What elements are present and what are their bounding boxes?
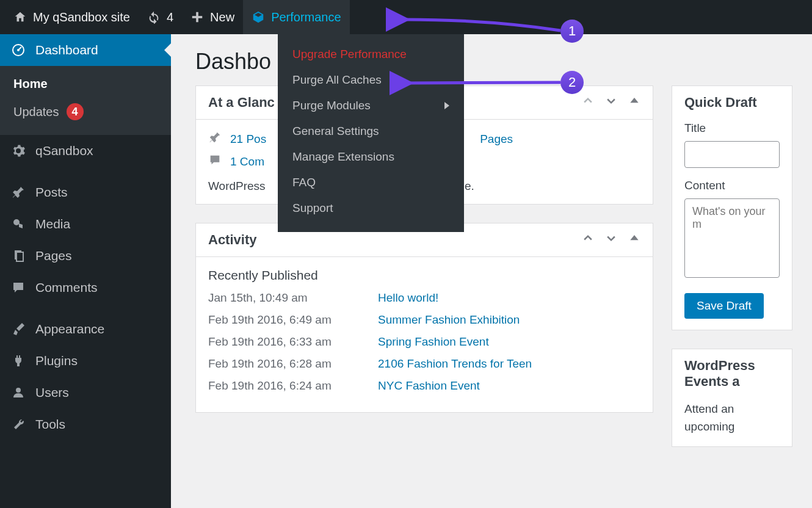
activity-row: Feb 19th 2016, 6:28 am2106 Fashion Trend… [208, 357, 640, 371]
plus-icon [190, 10, 204, 24]
perf-purge-modules[interactable]: Purge Modules [278, 93, 464, 118]
sidebar-item-label: Plugins [35, 354, 78, 368]
panel-down-icon[interactable] [605, 232, 617, 248]
sidebar-appearance[interactable]: Appearance [0, 313, 171, 345]
activity-row: Feb 19th 2016, 6:33 amSpring Fashion Eve… [208, 335, 640, 349]
toolbar-new[interactable]: New [182, 0, 243, 34]
sidebar-item-label: Appearance [35, 322, 104, 336]
perf-manage-extensions[interactable]: Manage Extensions [278, 144, 464, 170]
events-body: Attend an upcoming [684, 402, 734, 433]
perf-support[interactable]: Support [278, 195, 464, 221]
perf-upgrade[interactable]: Upgrade Performance [278, 42, 464, 67]
panel-up-icon[interactable] [582, 232, 594, 248]
toolbar-new-label: New [210, 10, 234, 24]
toolbar-performance-label: Performance [271, 10, 341, 24]
svg-point-8 [16, 388, 21, 393]
activity-link[interactable]: Summer Fashion Exhibition [378, 313, 520, 327]
sidebar-item-label: Comments [35, 280, 98, 295]
toolbar-updates-count: 4 [167, 10, 173, 24]
activity-row: Feb 19th 2016, 6:49 amSummer Fashion Exh… [208, 313, 640, 327]
sidebar-updates[interactable]: Updates 4 [0, 97, 171, 126]
comment-icon [11, 280, 26, 295]
sidebar-dashboard-subnav: Home Updates 4 [0, 66, 171, 135]
wp-events-panel: WordPress Events a Attend an upcoming [672, 349, 792, 447]
glance-posts[interactable]: 21 Pos [208, 131, 266, 147]
activity-panel: Activity Recently Published Jan 15th, 10… [195, 223, 653, 413]
admin-sidebar: Dashboard Home Updates 4 qSandbox Posts … [0, 34, 171, 508]
qd-content-label: Content [684, 179, 780, 192]
save-draft-button[interactable]: Save Draft [684, 293, 764, 319]
sidebar-dashboard-label: Dashboard [35, 43, 98, 57]
sidebar-item-label: Posts [35, 185, 68, 200]
main-content: Dashbo At a Glanc 21 Pos [171, 34, 812, 508]
svg-point-4 [13, 219, 20, 225]
user-icon [11, 385, 26, 400]
panel-toggle-icon[interactable] [628, 95, 640, 111]
sidebar-item-label: Users [35, 385, 69, 400]
panel-title: At a Glanc [208, 95, 275, 111]
performance-dropdown: Upgrade Performance Purge All Caches Pur… [278, 34, 464, 232]
pin-icon [208, 131, 222, 147]
pages-icon [11, 249, 26, 263]
panel-title: WordPress Events a [684, 358, 780, 390]
qd-title-input[interactable] [684, 141, 780, 168]
sidebar-item-label: Media [35, 217, 70, 231]
sidebar-home[interactable]: Home [0, 71, 171, 97]
svg-point-3 [17, 49, 20, 51]
panel-down-icon[interactable] [605, 95, 617, 111]
sidebar-posts[interactable]: Posts [0, 176, 171, 208]
media-icon [11, 217, 26, 231]
cube-icon [252, 10, 265, 24]
sidebar-tools[interactable]: Tools [0, 408, 171, 440]
sidebar-pages[interactable]: Pages [0, 240, 171, 272]
sidebar-item-label: Tools [35, 417, 65, 432]
sidebar-media[interactable]: Media [0, 208, 171, 240]
glance-pages[interactable]: Pages [480, 131, 513, 147]
panel-up-icon[interactable] [582, 95, 594, 111]
qd-content-textarea[interactable] [684, 198, 780, 278]
activity-row: Jan 15th, 10:49 amHello world! [208, 291, 640, 305]
activity-link[interactable]: 2106 Fashion Trends for Teen [378, 357, 532, 371]
sidebar-users[interactable]: Users [0, 377, 171, 408]
admin-toolbar: My qSandbox site 4 New Performance [0, 0, 812, 34]
sidebar-comments[interactable]: Comments [0, 272, 171, 303]
home-icon [13, 10, 27, 24]
wp-line-pre: WordPress [208, 180, 266, 192]
pin-icon [11, 185, 26, 200]
sidebar-plugins[interactable]: Plugins [0, 345, 171, 377]
perf-faq[interactable]: FAQ [278, 170, 464, 195]
perf-purge-all[interactable]: Purge All Caches [278, 67, 464, 93]
qd-title-label: Title [684, 122, 780, 135]
updates-badge: 4 [67, 103, 84, 120]
toolbar-performance[interactable]: Performance [243, 0, 350, 34]
activity-link[interactable]: Hello world! [378, 291, 438, 305]
sidebar-item-label: Pages [35, 249, 72, 263]
gear-icon [11, 143, 26, 158]
gauge-icon [11, 43, 26, 57]
svg-rect-6 [16, 252, 23, 261]
svg-rect-1 [192, 16, 203, 18]
comment-icon [208, 153, 222, 170]
chevron-right-icon [444, 102, 449, 109]
toolbar-site-label: My qSandbox site [33, 10, 130, 24]
toolbar-site[interactable]: My qSandbox site [5, 0, 139, 34]
activity-link[interactable]: NYC Fashion Event [378, 379, 480, 393]
activity-subtitle: Recently Published [208, 268, 640, 283]
toolbar-updates[interactable]: 4 [139, 0, 182, 34]
sidebar-qsandbox[interactable]: qSandbox [0, 135, 171, 167]
activity-link[interactable]: Spring Fashion Event [378, 335, 489, 349]
panel-title: Activity [208, 232, 256, 248]
tool-icon [11, 417, 26, 432]
perf-general-settings[interactable]: General Settings [278, 118, 464, 144]
quick-draft-panel: Quick Draft Title Content Save Draft [672, 85, 792, 330]
plug-icon [11, 354, 26, 368]
panel-toggle-icon[interactable] [628, 232, 640, 248]
activity-row: Feb 19th 2016, 6:24 amNYC Fashion Event [208, 379, 640, 393]
sidebar-dashboard[interactable]: Dashboard [0, 34, 171, 66]
refresh-icon [147, 10, 161, 24]
brush-icon [11, 322, 26, 336]
panel-title: Quick Draft [684, 95, 757, 111]
sidebar-item-label: qSandbox [35, 143, 93, 158]
